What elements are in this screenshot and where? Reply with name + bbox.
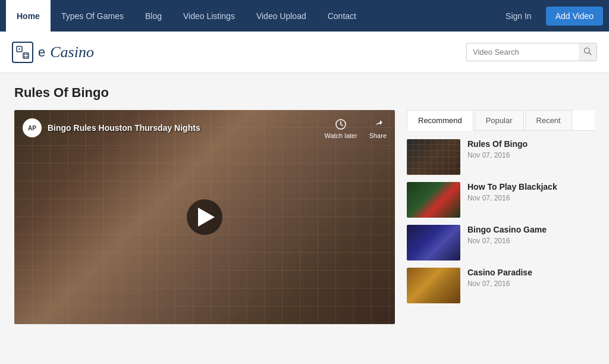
play-button[interactable] [187, 199, 222, 235]
video-item-info: Casino Paradise Nov 07, 2016 [467, 268, 595, 288]
share-button[interactable]: Share [369, 118, 387, 139]
svg-line-11 [341, 124, 343, 125]
content-area: Rules Of Bingo AP Bingo Rules Houston Th… [0, 73, 609, 336]
clock-icon [335, 118, 347, 130]
ap-badge: AP [23, 118, 42, 137]
video-item-info: Bingo Casino Game Nov 07, 2016 [467, 225, 595, 245]
video-overlay-top: AP Bingo Rules Houston Thursday Nights [23, 118, 200, 137]
svg-rect-2 [23, 53, 29, 58]
page-title: Rules Of Bingo [14, 85, 595, 101]
video-item-date: Nov 07, 2016 [467, 151, 595, 159]
svg-line-8 [589, 53, 592, 55]
share-icon [372, 118, 384, 130]
video-item-info: How To Play Blackjack Nov 07, 2016 [467, 182, 595, 202]
video-controls-overlay: Watch later Share [324, 118, 387, 139]
list-item[interactable]: Casino Paradise Nov 07, 2016 [407, 268, 595, 303]
video-item-title: Bingo Casino Game [467, 225, 595, 234]
main-nav: Home Types Of Games Blog Video Listings … [0, 0, 609, 32]
sidebar: Recommend Popular Recent Rules Of Bingo … [407, 110, 595, 324]
list-item[interactable]: Rules Of Bingo Nov 07, 2016 [407, 139, 595, 175]
main-layout: AP Bingo Rules Houston Thursday Nights W… [14, 110, 595, 324]
video-list: Rules Of Bingo Nov 07, 2016 How To Play … [407, 139, 595, 303]
svg-point-3 [24, 54, 25, 55]
nav-item-video-listings[interactable]: Video Listings [172, 0, 246, 32]
nav-item-home[interactable]: Home [6, 0, 51, 32]
sign-in-button[interactable]: Sign In [497, 8, 540, 24]
add-video-button[interactable]: Add Video [546, 7, 603, 26]
search-icon-button[interactable] [579, 43, 597, 61]
video-item-date: Nov 07, 2016 [467, 237, 595, 245]
video-item-title: How To Play Blackjack [467, 182, 595, 192]
search-input[interactable] [467, 44, 579, 60]
video-item-title: Casino Paradise [467, 268, 595, 277]
nav-right: Sign In Add Video [497, 7, 603, 26]
share-label: Share [369, 132, 387, 139]
video-player[interactable]: AP Bingo Rules Houston Thursday Nights W… [14, 110, 395, 324]
video-item-info: Rules Of Bingo Nov 07, 2016 [467, 139, 595, 159]
nav-item-contact[interactable]: Contact [317, 0, 367, 32]
search-icon [583, 47, 592, 55]
list-item[interactable]: How To Play Blackjack Nov 07, 2016 [407, 182, 595, 218]
watch-later-label: Watch later [324, 132, 357, 139]
play-triangle-icon [198, 208, 215, 227]
video-thumbnail [407, 268, 460, 303]
logo-icon [12, 42, 33, 63]
nav-items: Home Types Of Games Blog Video Listings … [6, 0, 497, 32]
logo-e-text: e [38, 45, 45, 60]
video-title-overlay: Bingo Rules Houston Thursday Nights [48, 123, 200, 133]
tab-popular[interactable]: Popular [475, 110, 524, 130]
svg-point-6 [26, 54, 27, 55]
logo: eCasino [12, 42, 94, 63]
tab-recent[interactable]: Recent [525, 110, 572, 130]
video-item-date: Nov 07, 2016 [467, 280, 595, 288]
svg-point-5 [24, 56, 25, 57]
site-header: eCasino [0, 32, 609, 73]
list-item[interactable]: Bingo Casino Game Nov 07, 2016 [407, 225, 595, 261]
nav-item-types-of-games[interactable]: Types Of Games [51, 0, 134, 32]
nav-item-video-upload[interactable]: Video Upload [246, 0, 317, 32]
sidebar-tabs: Recommend Popular Recent [407, 110, 595, 131]
svg-point-1 [18, 48, 20, 49]
video-thumbnail [407, 182, 460, 218]
svg-point-4 [26, 56, 27, 57]
logo-casino-text: Casino [50, 43, 94, 61]
watch-later-button[interactable]: Watch later [324, 118, 357, 139]
video-thumbnail [407, 225, 460, 261]
video-thumbnail [407, 139, 460, 175]
nav-item-blog[interactable]: Blog [134, 0, 172, 32]
video-item-title: Rules Of Bingo [467, 139, 595, 149]
video-item-date: Nov 07, 2016 [467, 194, 595, 202]
search-box[interactable] [466, 43, 597, 61]
tab-recommend[interactable]: Recommend [407, 110, 473, 131]
